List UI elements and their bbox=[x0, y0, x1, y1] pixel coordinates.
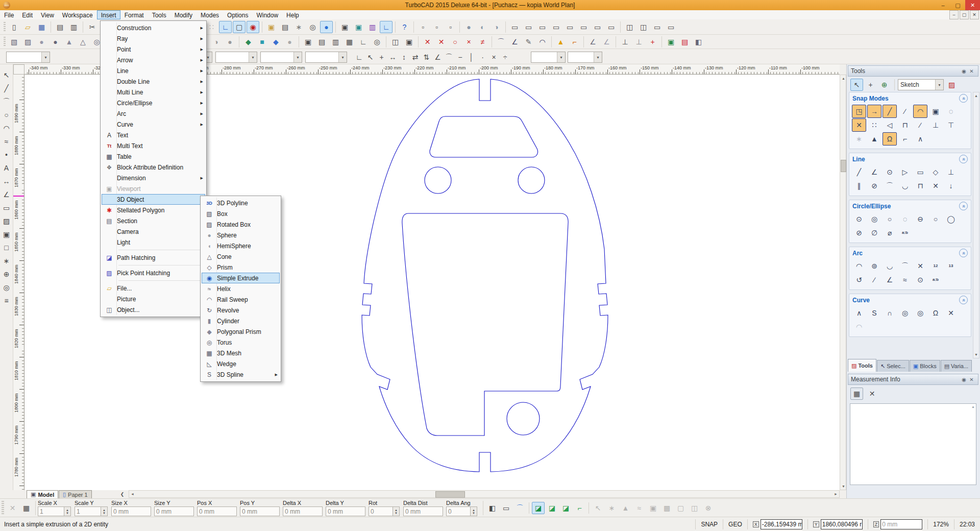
spinner-icon[interactable]: ▲▼ bbox=[393, 506, 400, 516]
snap-workplane-icon[interactable]: ▲ bbox=[867, 132, 881, 146]
geo-indicator[interactable]: GEO bbox=[723, 519, 747, 529]
polyline-icon[interactable]: ⌒ bbox=[0, 95, 13, 108]
measure-delete-icon[interactable]: ✕ bbox=[866, 388, 878, 400]
measurement-list[interactable]: ▲ bbox=[850, 403, 976, 485]
viewport-a-icon[interactable]: ▣ bbox=[338, 21, 351, 33]
chamfer-icon[interactable]: ∠ bbox=[508, 36, 521, 48]
array-l-icon[interactable]: ∟ bbox=[357, 36, 370, 48]
property-combo-5[interactable]: ▾ bbox=[305, 52, 347, 63]
palette-toggle-icon[interactable]: ▥ bbox=[366, 21, 379, 33]
array-2-icon[interactable]: ▤ bbox=[315, 36, 328, 48]
menu-help[interactable]: Help bbox=[282, 10, 303, 19]
snap-midpoint-icon[interactable]: ∕ bbox=[898, 105, 912, 118]
viewport-b-icon[interactable]: ▣ bbox=[352, 21, 365, 33]
snap-center-icon[interactable]: ◠ bbox=[913, 105, 927, 118]
circle-icon[interactable]: ○ bbox=[0, 109, 13, 121]
property-combo-4[interactable]: ▾ bbox=[260, 52, 302, 63]
coord-x-field[interactable]: -286,159439 m bbox=[761, 519, 802, 529]
perp-2-icon[interactable]: ⊥ bbox=[632, 36, 645, 48]
menu-workspace[interactable]: Workspace bbox=[58, 10, 97, 19]
arc-circle-icon[interactable]: ⊙ bbox=[913, 273, 927, 286]
window-8-icon[interactable]: ▭ bbox=[605, 21, 618, 33]
curve-icon[interactable]: ≈ bbox=[0, 135, 13, 148]
render-shaded-icon[interactable]: ◑ bbox=[210, 36, 223, 48]
line-tangent-2-icon[interactable]: ◡ bbox=[898, 179, 912, 192]
palette-tab-blocks[interactable]: ▣Blocks bbox=[910, 360, 940, 372]
menu-item-3d-object[interactable]: 3D Object▶ bbox=[102, 194, 205, 205]
menu-tools[interactable]: Tools bbox=[148, 10, 170, 19]
line-face-icon[interactable]: ⊓ bbox=[913, 179, 927, 192]
circle-tangent-icon[interactable]: ⊖ bbox=[913, 212, 927, 226]
assemble-2-icon[interactable]: ▣ bbox=[403, 36, 415, 48]
window-1-icon[interactable]: ▭ bbox=[508, 21, 521, 33]
curve-spiral-icon[interactable]: ◎ bbox=[898, 306, 912, 320]
shell-icon[interactable]: ● bbox=[462, 21, 475, 33]
vertical-scroll-thumb[interactable] bbox=[841, 160, 846, 172]
ellipse-rotated-icon[interactable]: ⌀ bbox=[883, 226, 897, 239]
submenu-item-torus[interactable]: ◎Torus bbox=[202, 337, 280, 348]
3d-sphere-icon[interactable]: ● bbox=[35, 36, 48, 48]
snap-intersection-icon[interactable]: ✕ bbox=[852, 118, 866, 132]
snap-grid-icon[interactable]: ∷ bbox=[867, 118, 881, 132]
field-input[interactable]: 0▲▼ bbox=[369, 506, 393, 516]
select-all-icon[interactable]: ▫ bbox=[444, 21, 457, 33]
minimize-button[interactable]: – bbox=[936, 0, 950, 10]
tab-scroll-left-button[interactable]: ❮ bbox=[118, 491, 126, 498]
arc-angle-icon[interactable]: ∠ bbox=[883, 273, 897, 286]
3d-rotated-box-icon[interactable]: ▨ bbox=[21, 36, 34, 48]
curve-sketch-icon[interactable]: ✕ bbox=[944, 306, 958, 320]
arc-center-icon[interactable]: ◠ bbox=[852, 259, 866, 273]
field-input[interactable]: 0 mm bbox=[197, 506, 237, 516]
assemble-1-icon[interactable]: ◫ bbox=[389, 36, 402, 48]
field-input[interactable]: 1▲▼ bbox=[75, 506, 101, 516]
fillet-icon[interactable]: ⌒ bbox=[495, 36, 507, 48]
pin-icon[interactable]: ◉ bbox=[960, 376, 968, 383]
arc-1-3-2-icon[interactable]: 13 bbox=[944, 259, 958, 273]
field-input[interactable]: 0 mm bbox=[326, 506, 365, 516]
snap-nearest-icon[interactable]: ◁ bbox=[883, 118, 897, 132]
collapse-icon[interactable]: « bbox=[959, 202, 968, 210]
axis-toggle-icon[interactable]: ∟ bbox=[380, 21, 393, 33]
vertical-scrollbar[interactable]: ▲ ▼ bbox=[840, 75, 846, 490]
menu-item-section[interactable]: ▤Section bbox=[102, 215, 205, 226]
perp-1-icon[interactable]: ⊥ bbox=[619, 36, 631, 48]
snap-perpendicular-2-icon[interactable]: ⊤ bbox=[944, 118, 958, 132]
half-tool-icon[interactable]: ◧ bbox=[692, 36, 705, 48]
arc-ratio-icon[interactable]: a:b bbox=[928, 273, 943, 286]
coord-z-field[interactable]: 0 mm bbox=[880, 519, 922, 529]
curve-spline-icon[interactable]: S bbox=[867, 306, 881, 320]
spinner-icon[interactable]: ▲▼ bbox=[470, 506, 477, 516]
menu-item-pick-point-hatching[interactable]: ▨Pick Point Hatching bbox=[102, 268, 205, 278]
mdi-restore-button[interactable]: ▢ bbox=[960, 10, 969, 19]
palette-tab-varia[interactable]: ▤Varia... bbox=[941, 360, 972, 372]
render-quality-icon[interactable]: ● bbox=[224, 36, 236, 48]
window-5-icon[interactable]: ▭ bbox=[564, 21, 576, 33]
arc-3point-icon[interactable]: ⌒ bbox=[898, 259, 912, 273]
menu-item-path-hatching[interactable]: ◪Path Hatching bbox=[102, 252, 205, 263]
panel-scrollbar[interactable]: ▲ ▼ bbox=[973, 92, 979, 358]
arc-tan-line-icon[interactable]: ∕ bbox=[867, 273, 881, 286]
array-1-icon[interactable]: ▣ bbox=[302, 36, 314, 48]
3d-box-icon[interactable]: ▧ bbox=[8, 36, 20, 48]
explode-icon[interactable]: ∗ bbox=[0, 255, 13, 267]
select-mode-cp-icon[interactable]: ◪ bbox=[559, 502, 572, 514]
menu-item-arrow[interactable]: Arrow▶ bbox=[102, 55, 205, 65]
field-input[interactable]: 1▲▼ bbox=[38, 506, 64, 516]
new-icon[interactable]: ▯ bbox=[8, 21, 20, 33]
mdi-close-button[interactable]: ✕ bbox=[970, 10, 979, 19]
menu-file[interactable]: File bbox=[0, 10, 18, 19]
arc-icon[interactable]: ◠ bbox=[0, 122, 13, 134]
menu-item-line[interactable]: Line▶ bbox=[102, 65, 205, 76]
add-red-icon[interactable]: + bbox=[646, 36, 659, 48]
menu-item-object[interactable]: ◫Object... bbox=[102, 304, 205, 315]
window-4-icon[interactable]: ▭ bbox=[550, 21, 562, 33]
array-3-icon[interactable]: ▥ bbox=[329, 36, 342, 48]
snap-quadrant-icon[interactable]: ◌ bbox=[944, 105, 958, 118]
circle-tan-line-icon[interactable]: ⊘ bbox=[852, 226, 866, 239]
curve-helper-icon[interactable]: ⌒ bbox=[513, 502, 526, 514]
menu-edit[interactable]: Edit bbox=[18, 10, 37, 19]
submenu-item-revolve[interactable]: ↻Revolve bbox=[202, 305, 280, 316]
pin-icon[interactable]: ◉ bbox=[960, 67, 968, 75]
menu-item-ray[interactable]: Ray▶ bbox=[102, 33, 205, 44]
extra-4-icon[interactable]: ▭ bbox=[665, 21, 677, 33]
